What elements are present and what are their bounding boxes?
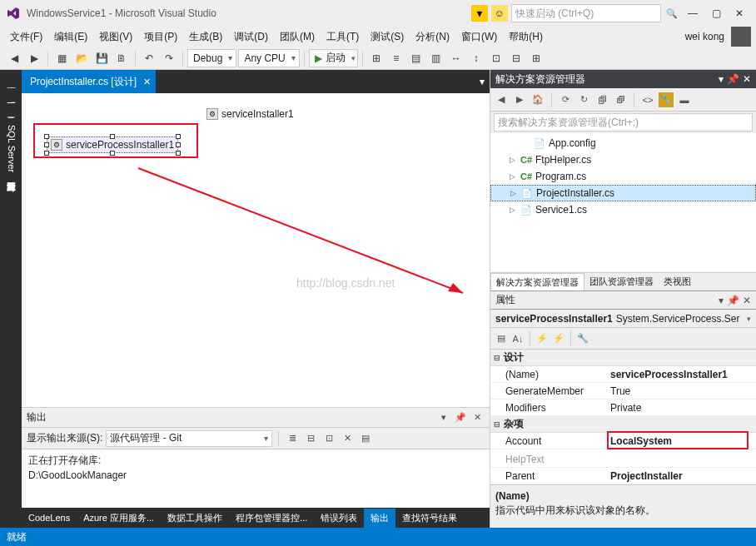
bottom-tab[interactable]: 错误列表 bbox=[314, 509, 364, 528]
se-tool-icon[interactable]: 🗐 bbox=[594, 92, 609, 107]
output-tool-icon[interactable]: ⊟ bbox=[303, 431, 318, 446]
start-button[interactable]: ▶启动 bbox=[309, 49, 358, 67]
property-row[interactable]: AccountLocalSystem bbox=[490, 433, 756, 449]
panel-close-icon[interactable]: ✕ bbox=[743, 73, 751, 85]
se-sync-icon[interactable]: ⟳ bbox=[558, 92, 573, 107]
designer-surface[interactable]: ⚙ serviceInstaller1 ⚙ serviceProcessInst… bbox=[22, 93, 490, 407]
property-row[interactable]: ModifiersPrivate bbox=[490, 400, 756, 416]
bottom-tab[interactable]: 查找符号结果 bbox=[395, 509, 464, 528]
menu-file[interactable]: 文件(F) bbox=[5, 28, 47, 46]
property-row[interactable]: HelpText bbox=[490, 451, 756, 468]
prop-events-icon[interactable]: ⚡ bbox=[535, 331, 550, 346]
panel-dropdown-icon[interactable]: ▾ bbox=[719, 73, 724, 85]
menu-build[interactable]: 生成(B) bbox=[184, 28, 227, 46]
tool-icon[interactable]: ⊡ bbox=[487, 49, 505, 67]
side-tab-datasources[interactable]: 数据源 bbox=[3, 73, 19, 87]
solution-search-input[interactable]: 搜索解决方案资源管理器(Ctrl+;) bbox=[494, 113, 753, 132]
property-row[interactable]: ParentProjectInstaller bbox=[490, 468, 756, 484]
tool-icon[interactable]: ↕ bbox=[467, 49, 485, 67]
undo-button[interactable]: ↶ bbox=[140, 49, 158, 67]
menu-project[interactable]: 项目(P) bbox=[139, 28, 182, 46]
menu-view[interactable]: 视图(V) bbox=[94, 28, 137, 46]
bottom-tab-output[interactable]: 输出 bbox=[364, 509, 395, 528]
se-more-icon[interactable]: ▬ bbox=[677, 92, 692, 107]
output-body[interactable]: 正在打开存储库: D:\GoodLookManager bbox=[22, 449, 490, 508]
new-button[interactable]: ▦ bbox=[52, 49, 71, 67]
tool-icon[interactable]: ≡ bbox=[387, 49, 405, 67]
search-icon[interactable]: 🔍 bbox=[664, 6, 679, 21]
file-tab[interactable]: ProjectInstaller.cs [设计] ✕ bbox=[22, 70, 156, 93]
redo-button[interactable]: ↷ bbox=[160, 49, 178, 67]
se-code-icon[interactable]: <> bbox=[640, 92, 655, 107]
property-grid[interactable]: ⊟设计(Name)serviceProcessInstaller1Generat… bbox=[490, 350, 756, 484]
menu-analyze[interactable]: 分析(N) bbox=[410, 28, 455, 46]
side-tab-server-explorer[interactable]: 服务器资源管理器 bbox=[3, 88, 19, 102]
quick-launch-input[interactable]: 快速启动 (Ctrl+Q) bbox=[511, 4, 661, 22]
panel-dropdown-icon[interactable]: ▾ bbox=[436, 410, 451, 425]
side-tab-sql[interactable]: SQL Server 对象资源管理器 bbox=[3, 118, 19, 181]
tree-item[interactable]: ▷📄ProjectInstaller.cs bbox=[490, 185, 756, 201]
se-tab-team[interactable]: 团队资源管理器 bbox=[584, 273, 659, 290]
bottom-tab[interactable]: Azure 应用服务... bbox=[77, 509, 161, 528]
se-back-icon[interactable]: ◀ bbox=[494, 92, 509, 107]
nav-back-button[interactable]: ◀ bbox=[5, 49, 23, 67]
panel-close-icon[interactable]: ✕ bbox=[743, 295, 751, 306]
panel-pin-icon[interactable]: 📌 bbox=[727, 295, 739, 306]
panel-pin-icon[interactable]: 📌 bbox=[453, 410, 468, 425]
menu-test[interactable]: 测试(S) bbox=[366, 28, 409, 46]
tool-icon[interactable]: ↔ bbox=[447, 49, 465, 67]
open-button[interactable]: 📂 bbox=[72, 49, 91, 67]
panel-pin-icon[interactable]: 📌 bbox=[727, 73, 739, 85]
solution-tree[interactable]: 📄App.config▷C#FtpHelper.cs▷C#Program.cs▷… bbox=[490, 133, 756, 272]
nav-fwd-button[interactable]: ▶ bbox=[25, 49, 43, 67]
prop-events-icon[interactable]: ⚡ bbox=[551, 331, 566, 346]
se-home-icon[interactable]: 🏠 bbox=[530, 92, 545, 107]
platform-combo[interactable]: Any CPU bbox=[238, 49, 299, 67]
close-tab-icon[interactable]: ✕ bbox=[143, 77, 151, 87]
bottom-tab[interactable]: 数据工具操作 bbox=[161, 509, 229, 528]
maximize-button[interactable]: ▢ bbox=[706, 3, 726, 23]
tab-dropdown-icon[interactable]: ▾ bbox=[475, 76, 490, 87]
menu-debug[interactable]: 调试(D) bbox=[229, 28, 273, 46]
user-name[interactable]: wei kong bbox=[680, 29, 729, 44]
bottom-tab[interactable]: 程序包管理器控... bbox=[229, 509, 314, 528]
align-icon[interactable]: ⊞ bbox=[367, 49, 385, 67]
se-tool-icon[interactable]: 🗊 bbox=[613, 92, 628, 107]
tool-icon[interactable]: ⊟ bbox=[507, 49, 525, 67]
menu-window[interactable]: 窗口(W) bbox=[456, 28, 502, 46]
prop-alpha-icon[interactable]: A↓ bbox=[510, 331, 525, 346]
output-tool-icon[interactable]: ⊡ bbox=[321, 431, 336, 446]
tree-item[interactable]: ▷📄Service1.cs bbox=[490, 201, 756, 218]
component-service-process-installer[interactable]: ⚙ serviceProcessInstaller1 bbox=[47, 136, 178, 153]
user-avatar[interactable] bbox=[731, 27, 751, 47]
config-combo[interactable]: Debug bbox=[187, 49, 236, 67]
notification-flag-icon[interactable]: ▾ bbox=[471, 5, 488, 22]
feedback-icon[interactable]: ☺ bbox=[491, 5, 508, 22]
tree-item[interactable]: ▷C#FtpHelper.cs bbox=[490, 151, 756, 168]
component-service-installer[interactable]: ⚙ serviceInstaller1 bbox=[203, 107, 297, 122]
save-button[interactable]: 💾 bbox=[92, 49, 111, 67]
prop-pages-icon[interactable]: 🔧 bbox=[575, 331, 590, 346]
output-clear-icon[interactable]: ✕ bbox=[340, 431, 355, 446]
tree-item[interactable]: 📄App.config bbox=[490, 135, 756, 151]
minimize-button[interactable]: — bbox=[683, 3, 703, 23]
tree-item[interactable]: ▷C#Program.cs bbox=[490, 168, 756, 185]
property-object-selector[interactable]: serviceProcessInstaller1 System.ServiceP… bbox=[490, 310, 756, 328]
se-tab-class[interactable]: 类视图 bbox=[659, 273, 696, 290]
tool-icon[interactable]: ▥ bbox=[427, 49, 445, 67]
se-refresh-icon[interactable]: ↻ bbox=[576, 92, 591, 107]
bottom-tab[interactable]: CodeLens bbox=[22, 509, 77, 526]
output-source-combo[interactable]: 源代码管理 - Git bbox=[106, 430, 272, 447]
save-all-button[interactable]: 🗎 bbox=[112, 49, 131, 67]
output-tool-icon[interactable]: ≣ bbox=[285, 431, 300, 446]
se-fwd-icon[interactable]: ▶ bbox=[512, 92, 527, 107]
panel-dropdown-icon[interactable]: ▾ bbox=[719, 295, 724, 306]
tool-icon[interactable]: ⊞ bbox=[527, 49, 545, 67]
property-row[interactable]: GenerateMemberTrue bbox=[490, 383, 756, 400]
menu-edit[interactable]: 编辑(E) bbox=[49, 28, 92, 46]
property-row[interactable]: (Name)serviceProcessInstaller1 bbox=[490, 366, 756, 383]
menu-help[interactable]: 帮助(H) bbox=[504, 28, 548, 46]
se-tab-solution[interactable]: 解决方案资源管理器 bbox=[490, 273, 584, 290]
prop-categorized-icon[interactable]: ▤ bbox=[494, 331, 509, 346]
close-button[interactable]: ✕ bbox=[729, 3, 749, 23]
